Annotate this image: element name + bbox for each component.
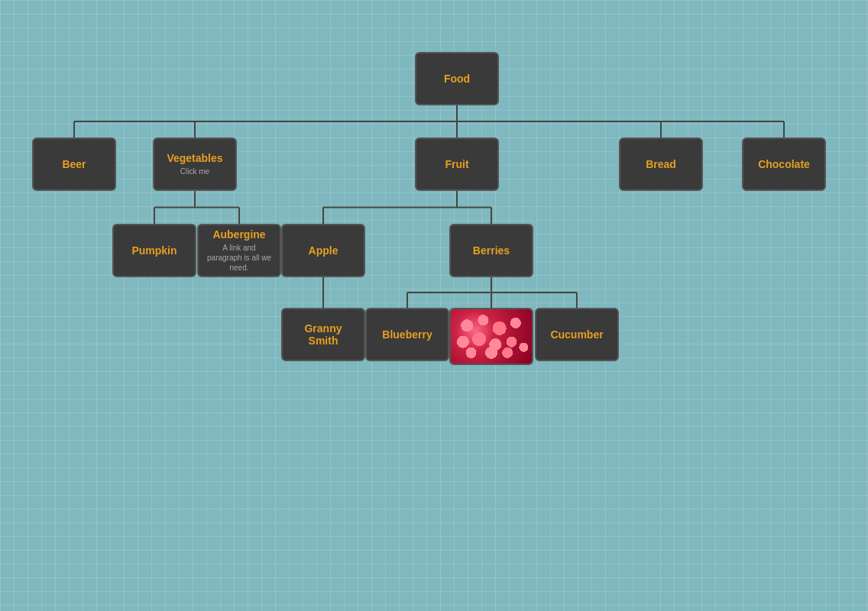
node-label-berries: Berries (473, 244, 510, 257)
node-berries[interactable]: Berries (449, 224, 533, 277)
node-pumpkin[interactable]: Pumpkin (112, 224, 196, 277)
node-fruit[interactable]: Fruit (415, 137, 499, 191)
node-label-grannysmith: Granny Smith (289, 322, 358, 347)
node-sublabel-aubergine: A link and paragraph is all we need. (205, 243, 274, 273)
node-beer[interactable]: Beer (32, 137, 116, 191)
node-label-cucumber: Cucumber (550, 328, 603, 341)
node-label-food: Food (444, 73, 470, 85)
tree-container: FoodBeerVegetablesClick meFruitBreadChoc… (0, 0, 868, 611)
node-sublabel-vegetables: Click me (180, 166, 209, 176)
node-label-bread: Bread (646, 158, 676, 170)
node-cucumber[interactable]: Cucumber (535, 308, 619, 361)
node-label-pumpkin: Pumpkin (131, 244, 177, 257)
node-bread[interactable]: Bread (619, 137, 703, 191)
node-label-beer: Beer (62, 158, 86, 170)
node-blueberry[interactable]: Blueberry (365, 308, 449, 361)
node-label-vegetables: Vegetables (167, 152, 222, 164)
raspberry-image (451, 309, 532, 364)
node-label-apple: Apple (309, 244, 338, 257)
node-chocolate[interactable]: Chocolate (742, 137, 826, 191)
node-label-aubergine: Aubergine (212, 228, 265, 241)
node-vegetables[interactable]: VegetablesClick me (153, 137, 237, 191)
node-food[interactable]: Food (415, 52, 499, 105)
node-grannysmith[interactable]: Granny Smith (281, 308, 365, 361)
node-aubergine[interactable]: AubergineA link and paragraph is all we … (197, 224, 281, 277)
node-label-blueberry: Blueberry (382, 328, 432, 341)
node-raspberry[interactable] (449, 308, 533, 365)
node-label-fruit: Fruit (445, 158, 468, 170)
node-label-chocolate: Chocolate (758, 158, 810, 170)
node-apple[interactable]: Apple (281, 224, 365, 277)
